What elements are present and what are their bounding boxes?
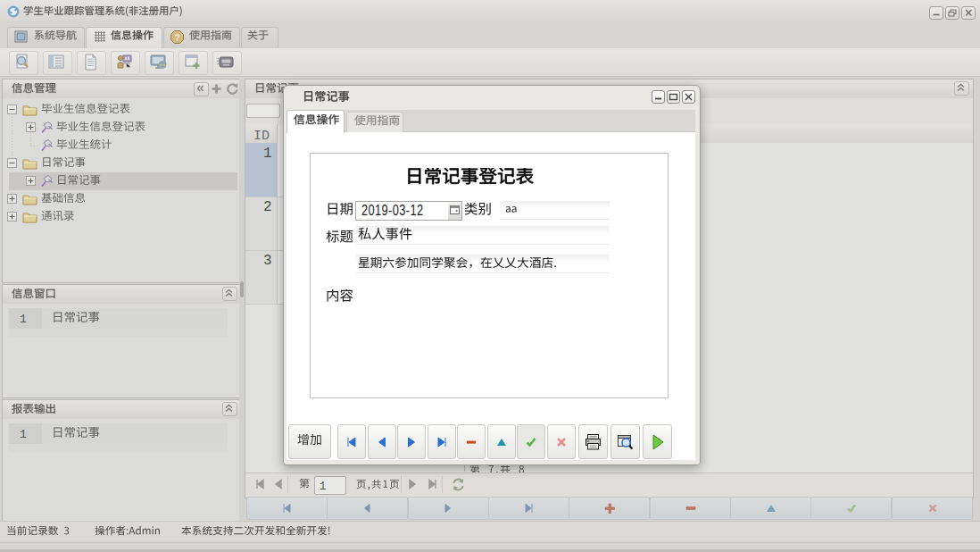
svg-text:?: ? xyxy=(174,33,179,43)
